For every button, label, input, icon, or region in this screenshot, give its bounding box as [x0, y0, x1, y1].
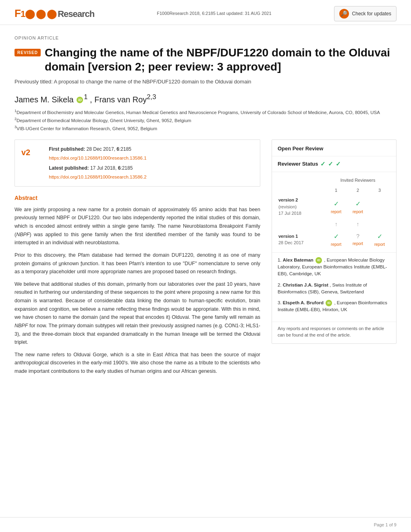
revised-badge: REVISED — [15, 49, 41, 56]
logo-f: F — [15, 7, 21, 19]
reviewer-2-number: 2. — [278, 283, 283, 287]
main-content: OPINION ARTICLE REVISED Changing the nam… — [0, 25, 411, 389]
affiliation-3-text: VIB-UGent Center for Inflammation Resear… — [17, 126, 157, 131]
author1-super: 1 — [84, 93, 87, 101]
arrow-up-2: ↑ — [357, 221, 359, 227]
affiliation-2: 2Department of Biomedical Molecular Biol… — [15, 116, 396, 124]
v1-r1-report[interactable]: report — [326, 241, 346, 247]
v1-r3-check: ✓ — [377, 233, 382, 240]
affiliations: 1Department of Biochemistry and Molecula… — [15, 108, 396, 133]
v1-r2: ? report — [347, 230, 369, 249]
v2-r1-check: ✓ — [334, 200, 339, 207]
v1-r2-question: ? — [356, 233, 359, 239]
v1-r3: ✓ report — [369, 230, 390, 249]
right-column: Open Peer Review Reviewer Status ✓ ✓ ✓ — [272, 139, 396, 379]
reviewer-list: 1. Alex Bateman iD , European Molecular … — [272, 252, 396, 322]
page: F1⬤⬤⬤Research F1000Research 2018, 6:2185… — [0, 0, 411, 532]
v1-r3-report[interactable]: report — [369, 241, 390, 247]
v2-r2: ✓ report — [347, 195, 369, 218]
v2-r1-report[interactable]: report — [326, 209, 346, 215]
page-footer: Page 1 of 9 — [0, 517, 411, 532]
version-box: v2 First published: 28 Dec 2017, 6:2185 … — [15, 139, 260, 187]
affiliation-3: 3VIB-UGent Center for Inflammation Resea… — [15, 124, 396, 132]
version2-label: version 2 (revision) 17 Jul 2018 — [278, 195, 325, 218]
latest-published: Latest published: 17 Jul 2018, 6:2185 — [49, 164, 146, 172]
author1-name: James M. Sikela — [15, 95, 74, 104]
section-label: OPINION ARTICLE — [15, 35, 396, 42]
reviewer-item-3: 3. Elspeth A. Bruford iD , European Bioi… — [278, 299, 390, 314]
left-column: v2 First published: 28 Dec 2017, 6:2185 … — [15, 139, 260, 379]
arrow-up-1: ↑ — [335, 221, 338, 227]
v2-r3 — [369, 195, 390, 218]
v2-r2-report[interactable]: report — [348, 209, 368, 215]
check2: ✓ — [328, 160, 333, 169]
latest-published-doi[interactable]: https://doi.org/10.12688/f1000research.1… — [49, 175, 146, 179]
check3: ✓ — [336, 160, 341, 169]
reviewer-status-row: Reviewer Status ✓ ✓ ✓ — [272, 156, 396, 172]
arrow-2: ↑ — [347, 218, 369, 230]
reviewer-item-1: 1. Alex Bateman iD , European Molecular … — [278, 257, 390, 278]
check-updates-icon: 🔎 — [339, 9, 349, 19]
reviewer-table-wrap: Invited Reviewers 1 2 3 — [272, 172, 396, 252]
abstract-para-4: The new name refers to Olduvai Gorge, wh… — [15, 351, 260, 376]
abstract-title: Abstract — [15, 194, 260, 202]
logo-1000: 1 — [21, 9, 25, 19]
logo-circles: ⬤⬤⬤ — [25, 9, 58, 19]
affiliation-1: 1Department of Biochemistry and Molecula… — [15, 108, 396, 116]
affiliation-2-text: Department of Biomedical Molecular Biolo… — [17, 118, 191, 123]
invited-reviewers-header: Invited Reviewers — [325, 175, 390, 185]
abstract-section: Abstract We are jointly proposing a new … — [15, 194, 260, 376]
reviewer-col-1: 1 — [325, 185, 347, 195]
version-info: First published: 28 Dec 2017, 6:2185 htt… — [49, 145, 146, 181]
logo: F1⬤⬤⬤Research — [15, 6, 94, 21]
reviewer-status-label: Reviewer Status — [278, 160, 318, 168]
affiliation-1-text: Department of Biochemistry and Molecular… — [17, 110, 380, 114]
reviewer-3-name: Elspeth A. Bruford — [283, 300, 324, 305]
first-published: First published: 28 Dec 2017, 6:2185 — [49, 145, 146, 153]
version1-row: version 1 28 Dec 2017 ✓ report ? — [278, 230, 390, 249]
reviewer-table: Invited Reviewers 1 2 3 — [278, 175, 390, 249]
reviewer-col-2: 2 — [347, 185, 369, 195]
author1-orcid: iD — [77, 97, 83, 103]
authors-line: James M. Sikela iD1 , Frans van Roy2,3 — [15, 92, 396, 106]
header: F1⬤⬤⬤Research F1000Research 2018, 6:2185… — [0, 0, 411, 25]
abstract-para-1: We are jointly proposing a new name for … — [15, 206, 260, 247]
abstract-para-3: We believe that additional studies of th… — [15, 280, 260, 347]
arrow-1: ↑ — [325, 218, 347, 230]
version1-label: version 1 28 Dec 2017 — [278, 230, 325, 249]
check1: ✓ — [320, 160, 326, 169]
v1-r2-report[interactable]: report — [348, 241, 368, 247]
peer-review-box: Open Peer Review Reviewer Status ✓ ✓ ✓ — [272, 139, 396, 343]
reviewer-1-orcid: iD — [316, 257, 322, 264]
abstract-para-2: Prior to this discovery, the Pfam databa… — [15, 251, 260, 276]
v1-r1-check: ✓ — [334, 233, 339, 240]
reviewer-3-orcid: iD — [326, 300, 332, 306]
first-published-doi[interactable]: https://doi.org/10.12688/f1000research.1… — [49, 156, 146, 160]
reviewer-3-number: 3. — [278, 300, 283, 305]
title-line: REVISED Changing the name of the NBPF/DU… — [15, 46, 396, 74]
article-title: Changing the name of the NBPF/DUF1220 do… — [45, 46, 396, 74]
latest-published-date: 17 Jul 2018, 6:2185 — [90, 165, 133, 171]
author2-name: , Frans van Roy — [90, 95, 147, 104]
content-columns: v2 First published: 28 Dec 2017, 6:2185 … — [15, 139, 396, 379]
v1-r1: ✓ report — [325, 230, 347, 249]
page-info: Page 1 of 9 — [374, 522, 396, 528]
header-meta: F1000Research 2018, 6:2185 Last updated:… — [94, 10, 334, 17]
peer-review-header: Open Peer Review — [272, 140, 396, 156]
check-updates-button[interactable]: 🔎 Check for updates — [334, 6, 396, 21]
reviewer-2-name: Christian J.A. Sigrist — [283, 283, 328, 287]
version-label: v2 — [21, 146, 30, 158]
abstract-text: We are jointly proposing a new name for … — [15, 206, 260, 376]
reviewer-1-number: 1. — [278, 258, 283, 262]
reviewer-1-name: Alex Bateman — [283, 258, 313, 262]
arrow-row: ↑ ↑ — [278, 218, 390, 230]
first-published-label: First published: — [49, 146, 85, 152]
check-updates-label: Check for updates — [352, 11, 391, 17]
v2-r1: ✓ report — [325, 195, 347, 218]
previous-title: Previously titled: A proposal to change … — [15, 78, 396, 86]
reviewer-col-3: 3 — [369, 185, 390, 195]
title-section: REVISED Changing the name of the NBPF/DU… — [15, 46, 396, 74]
version2-row: version 2 (revision) 17 Jul 2018 ✓ repor… — [278, 195, 390, 218]
latest-published-label: Latest published: — [49, 165, 89, 171]
logo-research: Research — [58, 9, 94, 19]
